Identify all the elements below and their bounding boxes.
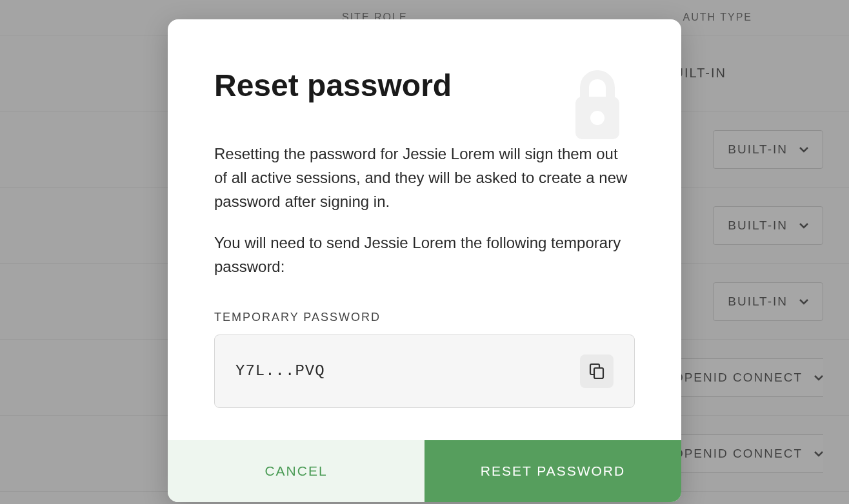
reset-password-button[interactable]: RESET PASSWORD [424, 440, 681, 502]
modal-overlay[interactable]: Reset password Resetting the password fo… [0, 0, 849, 504]
temporary-password-label: TEMPORARY PASSWORD [214, 311, 635, 324]
modal-body: Reset password Resetting the password fo… [168, 19, 681, 440]
modal-description-2: You will need to send Jessie Lorem the f… [214, 231, 635, 278]
temporary-password-value: Y7L...PVQ [235, 362, 325, 380]
lock-icon [570, 68, 624, 141]
cancel-button[interactable]: CANCEL [168, 440, 424, 502]
reset-password-modal: Reset password Resetting the password fo… [168, 19, 681, 502]
copy-button[interactable] [580, 354, 614, 388]
copy-icon [589, 363, 604, 380]
temporary-password-box: Y7L...PVQ [214, 334, 635, 408]
svg-rect-3 [594, 368, 603, 378]
modal-description-1: Resetting the password for Jessie Lorem … [214, 142, 635, 214]
modal-footer: CANCEL RESET PASSWORD [168, 440, 681, 502]
svg-point-1 [590, 111, 604, 125]
